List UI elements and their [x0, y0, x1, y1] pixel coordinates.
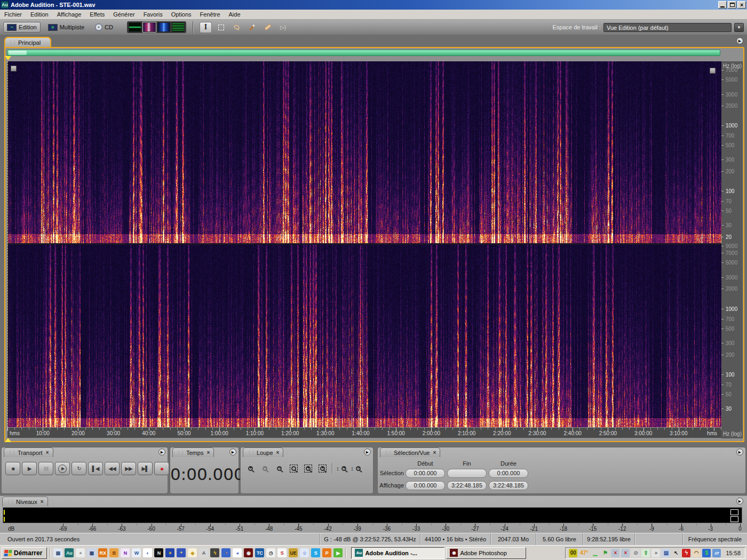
zoom-in-horizontal-button[interactable]: ↕ — [243, 462, 257, 475]
view-phase-button[interactable] — [157, 22, 170, 32]
start-button[interactable]: Démarrer — [2, 547, 47, 559]
menu-generer[interactable]: Générer — [109, 10, 139, 19]
calculator-icon[interactable]: ▦ — [87, 548, 96, 557]
network-offline-2-icon[interactable]: × — [621, 549, 630, 557]
acdsee-icon[interactable]: ◉ — [244, 548, 253, 557]
time-close-icon[interactable]: × — [206, 450, 210, 455]
pointer-utility-icon[interactable]: » — [651, 549, 660, 557]
builder-icon[interactable]: B — [109, 548, 118, 557]
workspace-select[interactable]: Vue Edition (par défaut) — [603, 23, 732, 32]
record-button[interactable]: ● — [154, 462, 169, 475]
tag-app-icon[interactable]: ◆ — [188, 548, 197, 557]
marquee-select-tool[interactable] — [215, 22, 227, 33]
minimize-button[interactable] — [718, 1, 727, 9]
stop-button[interactable]: ■ — [5, 462, 20, 475]
ultraedit-icon[interactable]: UE — [289, 548, 298, 557]
menu-favoris[interactable]: Favoris — [139, 10, 167, 19]
selection-value-1-0[interactable]: 0:00.000 — [406, 481, 445, 490]
sbp-icon[interactable]: S — [277, 548, 287, 557]
scrub-tool[interactable]: ▷) — [277, 22, 289, 33]
menu-aide[interactable]: Aide — [225, 10, 245, 19]
view-spectral-button[interactable] — [143, 22, 156, 32]
zoom-out-horizontal-button[interactable]: ↕ — [258, 462, 272, 475]
selection-view-panel-menu-button[interactable]: ▶ — [736, 449, 743, 455]
time-panel-tab[interactable]: ⋮⋮ Temps × — [172, 447, 214, 457]
netscape-icon[interactable]: N — [154, 548, 163, 557]
power-monitor-icon[interactable]: ϟ — [682, 549, 690, 557]
pause-indicator-icon[interactable]: 00 — [569, 549, 577, 557]
levels-close-icon[interactable]: × — [41, 499, 44, 505]
media-player-icon[interactable]: ▶ — [333, 548, 343, 557]
time-ruler[interactable]: hms10:0020:0030:0040:0050:001:00:001:10:… — [7, 428, 721, 438]
main-panel-menu-button[interactable]: ▶ — [736, 37, 743, 44]
horizontal-scrollbar[interactable] — [7, 50, 720, 56]
tablet-settings-icon[interactable]: ▤ — [53, 548, 62, 557]
skype-icon[interactable]: S — [311, 548, 320, 557]
view-eq-button[interactable] — [172, 22, 185, 32]
click-recorder-icon[interactable]: ↖ — [672, 549, 680, 557]
update-available-icon[interactable]: ⇪ — [641, 549, 650, 557]
total-commander-icon[interactable]: TC — [255, 548, 264, 557]
pause-button[interactable]: ▮▮ — [38, 462, 53, 475]
spectrogram-display[interactable] — [7, 61, 721, 427]
selection-value-0-2[interactable]: 0:00.000 — [489, 469, 528, 478]
mode-cd-button[interactable]: CD — [92, 22, 116, 33]
transport-panel-menu-button[interactable]: ▶ — [158, 449, 165, 455]
loop-button[interactable]: ↻ — [71, 462, 86, 475]
mode-edition-button[interactable]: ~Edition — [3, 22, 41, 33]
playhead-marker-top[interactable] — [5, 56, 11, 60]
zoom-in-left-selection-button[interactable]: ↕ — [301, 462, 315, 475]
globe-browser-icon[interactable]: ◕ — [233, 548, 242, 557]
zoom-in-vertical-button[interactable]: ↕ — [335, 462, 349, 475]
notes-utility-icon[interactable]: ▱ — [712, 549, 721, 557]
selection-value-0-0[interactable]: 0:00.000 — [406, 469, 445, 478]
menu-affichage[interactable]: Affichage — [53, 10, 86, 19]
transport-close-icon[interactable]: × — [46, 450, 49, 455]
zoom-panel-tab[interactable]: ⋮⋮ Loupe × — [243, 447, 283, 457]
close-button[interactable]: × — [737, 1, 746, 9]
starburst-app-icon[interactable]: * — [177, 548, 186, 557]
scrollbar-thumb[interactable] — [9, 51, 27, 55]
temperature-icon[interactable]: 47° — [579, 549, 589, 557]
zoom-to-selection-button[interactable]: ↕ — [287, 462, 300, 475]
level-meter[interactable] — [3, 507, 742, 523]
planet-browser-icon[interactable]: ◐ — [143, 548, 152, 557]
playhead-marker-bottom[interactable] — [5, 438, 11, 442]
mode-multipiste-button[interactable]: ≡Multipiste — [45, 22, 88, 33]
menu-fichier[interactable]: Fichier — [0, 10, 26, 19]
zoom-out-full-button[interactable]: ↕ — [272, 462, 286, 475]
menu-fenetre[interactable]: Fenêtre — [196, 10, 225, 19]
task-button-1[interactable]: ◉Adobe Photoshop — [446, 547, 526, 559]
repair-tools-icon[interactable]: × — [165, 548, 174, 557]
fast-forward-button[interactable]: ▶▶ — [121, 462, 136, 475]
selection-value-0-1[interactable] — [447, 469, 487, 478]
time-panel-menu-button[interactable]: ▶ — [229, 449, 236, 455]
rx-editor-icon[interactable]: RX — [98, 548, 107, 557]
selection-value-1-1[interactable]: 3:22:48.185 — [447, 481, 487, 490]
mouse-utility-icon[interactable]: ◠ — [692, 549, 701, 557]
minimized-app-icon[interactable]: ▁ — [591, 549, 599, 557]
play-button[interactable]: ▶ — [22, 462, 37, 475]
selection-value-1-2[interactable]: 3:22:48.185 — [489, 481, 528, 490]
tab-principal[interactable]: ⋮⋮ Principal — [4, 37, 51, 47]
corner-icon-right[interactable] — [710, 68, 716, 74]
transport-panel-tab[interactable]: ⋮⋮ Transport × — [4, 447, 53, 457]
selection-view-close-icon[interactable]: × — [433, 450, 436, 455]
levels-panel-tab[interactable]: ⋮⋮ Niveaux × — [2, 497, 48, 506]
go-to-start-button[interactable]: ▌◀ — [88, 462, 103, 475]
maximize-button[interactable] — [728, 1, 736, 9]
zoom-in-right-selection-button[interactable]: ↕ — [315, 462, 329, 475]
audition-shortcut-icon[interactable]: Au — [65, 548, 74, 557]
word-icon[interactable]: W — [132, 548, 141, 557]
viewer-a-icon[interactable]: A — [199, 548, 208, 557]
onenote-icon[interactable]: N — [121, 548, 130, 557]
pdf-tool-icon[interactable]: P — [322, 548, 331, 557]
movie-capture-icon[interactable]: ϟ — [210, 548, 219, 557]
currency-monitor-icon[interactable]: $ — [702, 549, 711, 557]
effects-paintbrush-tool[interactable] — [246, 22, 258, 33]
sphere-app-icon[interactable]: ● — [76, 548, 85, 557]
menu-options[interactable]: Options — [167, 10, 196, 19]
flag-icon[interactable]: ⚑ — [601, 549, 609, 557]
view-waveform-button[interactable] — [129, 22, 141, 32]
display-settings-icon[interactable]: ▤ — [662, 549, 670, 557]
